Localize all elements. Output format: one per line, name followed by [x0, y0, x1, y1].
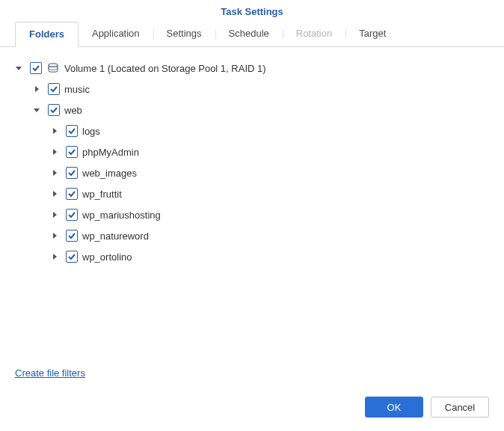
- tree-node: web: [13, 100, 491, 120]
- tab-application[interactable]: Application: [79, 22, 153, 47]
- expand-icon[interactable]: [49, 147, 60, 157]
- svg-marker-9: [53, 212, 57, 218]
- checkbox[interactable]: [66, 230, 78, 242]
- node-label[interactable]: logs: [82, 126, 100, 137]
- folder-tree: Volume 1 (Located on Storage Pool 1, RAI…: [0, 47, 504, 361]
- checkbox[interactable]: [66, 209, 78, 221]
- node-label[interactable]: wp_natureword: [82, 230, 149, 242]
- volume-icon: [46, 61, 60, 75]
- tree-node: logs: [13, 120, 491, 141]
- tree-node: phpMyAdmin: [13, 141, 491, 162]
- svg-marker-4: [34, 108, 40, 112]
- svg-marker-11: [53, 254, 57, 260]
- collapse-icon[interactable]: [31, 105, 42, 115]
- checkbox[interactable]: [66, 251, 78, 263]
- collapse-icon[interactable]: [13, 63, 24, 73]
- expand-icon[interactable]: [31, 84, 42, 94]
- node-label[interactable]: web_images: [82, 168, 137, 179]
- checkbox[interactable]: [66, 167, 78, 179]
- tree-root: Volume 1 (Located on Storage Pool 1, RAI…: [13, 58, 491, 79]
- tree-node: web_images: [13, 162, 491, 183]
- ok-button[interactable]: OK: [365, 397, 423, 418]
- tab-schedule[interactable]: Schedule: [215, 22, 283, 47]
- tab-bar: FoldersApplicationSettingsScheduleRotati…: [0, 22, 504, 47]
- tree-node: wp_ortolino: [13, 246, 491, 267]
- expand-icon[interactable]: [49, 210, 60, 220]
- node-label[interactable]: wp_fruttit: [82, 189, 122, 200]
- checkbox[interactable]: [66, 125, 78, 137]
- node-label[interactable]: phpMyAdmin: [82, 147, 139, 158]
- expand-icon[interactable]: [49, 126, 60, 136]
- cancel-button[interactable]: Cancel: [431, 397, 489, 418]
- tab-rotation: Rotation: [283, 22, 345, 47]
- node-label[interactable]: wp_mariushosting: [82, 210, 161, 221]
- svg-marker-3: [35, 86, 39, 92]
- tree-node: wp_fruttit: [13, 183, 491, 204]
- expand-icon[interactable]: [49, 168, 60, 178]
- svg-marker-10: [53, 233, 57, 239]
- tab-folders[interactable]: Folders: [15, 22, 79, 47]
- node-label[interactable]: Volume 1 (Located on Storage Pool 1, RAI…: [64, 63, 266, 74]
- node-label[interactable]: music: [64, 84, 90, 95]
- checkbox[interactable]: [66, 188, 78, 200]
- svg-marker-8: [53, 191, 57, 197]
- svg-marker-5: [53, 128, 57, 134]
- tree-node: wp_natureword: [13, 225, 491, 246]
- tab-settings[interactable]: Settings: [153, 22, 215, 47]
- node-label[interactable]: wp_ortolino: [82, 251, 132, 263]
- expand-icon[interactable]: [49, 230, 60, 241]
- expand-icon[interactable]: [49, 189, 60, 199]
- checkbox[interactable]: [48, 104, 60, 116]
- create-file-filters-link[interactable]: Create file filters: [15, 367, 85, 379]
- tab-target[interactable]: Target: [345, 22, 399, 47]
- checkbox[interactable]: [66, 146, 78, 158]
- svg-marker-6: [53, 149, 57, 155]
- tree-node: music: [13, 79, 491, 100]
- dialog-footer: OK Cancel: [0, 388, 504, 431]
- checkbox[interactable]: [30, 62, 42, 74]
- svg-marker-7: [53, 170, 57, 176]
- dialog-title: Task Settings: [0, 0, 504, 22]
- expand-icon[interactable]: [49, 251, 60, 262]
- node-label[interactable]: web: [64, 105, 82, 116]
- checkbox[interactable]: [48, 83, 60, 95]
- tree-node: wp_mariushosting: [13, 204, 491, 225]
- svg-marker-0: [16, 67, 22, 70]
